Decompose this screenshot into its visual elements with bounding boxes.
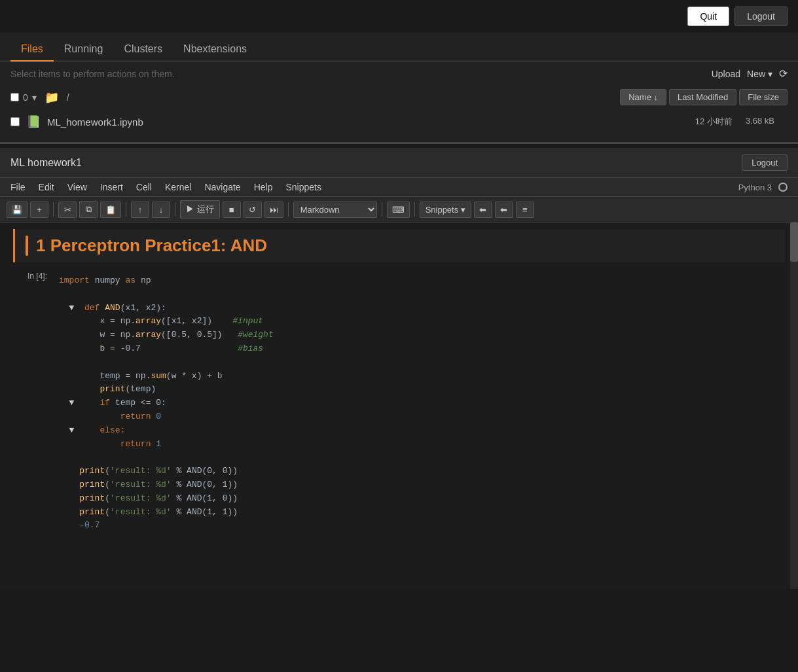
dropdown-arrow[interactable]: ▾ [32, 92, 37, 103]
new-button[interactable]: New ▾ [747, 69, 772, 79]
menu-view[interactable]: View [67, 182, 87, 192]
code-cell: In [4]: import numpy as np ▼ def AND(x1,… [7, 269, 791, 538]
toolbar-cut-button[interactable]: ✂ [58, 202, 77, 218]
tab-running[interactable]: Running [54, 38, 114, 62]
cell-label: In [4]: [7, 269, 52, 538]
file-browser: Files Running Clusters Nbextensions Sele… [0, 33, 798, 144]
select-all-area: 0 ▾ [10, 92, 37, 103]
toolbar-copy-button[interactable]: ⧉ [79, 201, 98, 218]
file-size: 3.68 kB [746, 116, 774, 128]
cell-type-select[interactable]: Markdown Code Raw NBConvert [293, 202, 377, 218]
top-bar: Quit Logout [0, 0, 798, 33]
tab-clusters[interactable]: Clusters [113, 38, 173, 62]
file-meta: 12 小时前 3.68 kB [695, 116, 774, 128]
menu-edit[interactable]: Edit [39, 182, 54, 192]
tab-files[interactable]: Files [10, 38, 54, 62]
toolbar-paste-button[interactable]: 📋 [100, 202, 121, 218]
toolbar-up-button[interactable]: ↑ [131, 202, 149, 218]
tab-nbextensions[interactable]: Nbextensions [173, 38, 257, 62]
file-list-header: 0 ▾ 📁 / Name ↓ Last Modified File size [0, 85, 798, 109]
notebook-title-bar: ML homework1 Logout [0, 148, 798, 178]
checkbox-count: 0 [23, 92, 28, 103]
menu-cell[interactable]: Cell [136, 182, 152, 192]
toolbar-separator-6 [414, 202, 415, 217]
toolbar-run-button[interactable]: ▶ 运行 [180, 200, 220, 219]
tabs-row: Files Running Clusters Nbextensions [0, 33, 798, 62]
cell-border [26, 236, 28, 256]
toolbar-btn8[interactable]: ⬅ [495, 202, 513, 218]
logout-button-notebook[interactable]: Logout [742, 154, 788, 171]
sort-size-button[interactable]: File size [739, 89, 788, 105]
menu-navigate[interactable]: Navigate [204, 182, 240, 192]
notebook-title: ML homework1 [10, 157, 82, 169]
toolbar-separator-4 [288, 202, 289, 217]
toolbar-keyboard-button[interactable]: ⌨ [387, 202, 410, 218]
code-editor[interactable]: import numpy as np ▼ def AND(x1, x2): x … [52, 269, 791, 538]
toolbar-separator-1 [53, 202, 54, 217]
markdown-cell-content: 1 Perceptron Practice1: AND [36, 236, 267, 256]
file-name[interactable]: ML_homework1.ipynb [47, 116, 689, 128]
scrollbar[interactable] [790, 222, 798, 589]
toolbar-separator-2 [126, 202, 126, 217]
markdown-cell: 1 Perceptron Practice1: AND [13, 229, 785, 262]
quit-button[interactable]: Quit [687, 7, 729, 26]
file-modified: 12 小时前 [695, 116, 733, 128]
refresh-icon[interactable]: ⟳ [779, 67, 788, 80]
sort-modified-button[interactable]: Last Modified [669, 89, 736, 105]
toolbar-add-button[interactable]: + [30, 202, 48, 218]
kernel-status-circle [778, 183, 788, 192]
menu-help[interactable]: Help [254, 182, 273, 192]
logout-button-top[interactable]: Logout [735, 7, 788, 26]
menu-bar: File Edit View Insert Cell Kernel Naviga… [0, 178, 798, 197]
toolbar-save-button[interactable]: 💾 [7, 202, 27, 218]
kernel-label: Python 3 [738, 183, 772, 192]
toolbar-stop-button[interactable]: ■ [223, 202, 241, 218]
toolbar-down-button[interactable]: ↓ [152, 202, 170, 218]
menu-snippets[interactable]: Snippets [285, 182, 321, 192]
menu-bar-right: Python 3 [738, 183, 788, 192]
notebook-file-icon: 📗 [26, 115, 41, 129]
notebook-content: 1 Perceptron Practice1: AND In [4]: impo… [0, 222, 798, 544]
folder-icon: 📁 [45, 90, 59, 105]
toolbar-ff-button[interactable]: ⏭ [264, 202, 283, 218]
toolbar-separator-3 [175, 202, 175, 217]
notebook-toolbar: 💾 + ✂ ⧉ 📋 ↑ ↓ ▶ 运行 ■ ↺ ⏭ Markdown Code R… [0, 197, 798, 222]
toolbar-hint: Select items to perform actions on them. [10, 69, 175, 79]
upload-button[interactable]: Upload [712, 69, 740, 79]
menu-file[interactable]: File [10, 182, 26, 192]
toolbar-btn7[interactable]: ⬅ [474, 202, 492, 218]
toolbar-actions: Upload New ▾ ⟳ [712, 67, 788, 80]
sort-buttons: Name ↓ Last Modified File size [620, 89, 788, 105]
toolbar-snippets-button[interactable]: Snippets ▾ [420, 202, 471, 218]
toolbar-separator-5 [382, 202, 382, 217]
toolbar-restart-button[interactable]: ↺ [244, 202, 262, 218]
file-checkbox[interactable] [10, 117, 20, 126]
select-all-checkbox[interactable] [10, 93, 19, 101]
scrollbar-thumb[interactable] [790, 222, 798, 262]
file-toolbar: Select items to perform actions on them.… [0, 62, 798, 85]
sort-name-button[interactable]: Name ↓ [620, 89, 666, 105]
file-row: 📗 ML_homework1.ipynb 12 小时前 3.68 kB [0, 109, 798, 134]
notebook-section: ML homework1 Logout File Edit View Inser… [0, 148, 798, 589]
menu-insert[interactable]: Insert [100, 182, 123, 192]
path-display: / [67, 92, 69, 103]
menu-kernel[interactable]: Kernel [165, 182, 191, 192]
notebook-scroll-area: 1 Perceptron Practice1: AND In [4]: impo… [0, 222, 798, 589]
toolbar-btn9[interactable]: ≡ [516, 202, 534, 218]
